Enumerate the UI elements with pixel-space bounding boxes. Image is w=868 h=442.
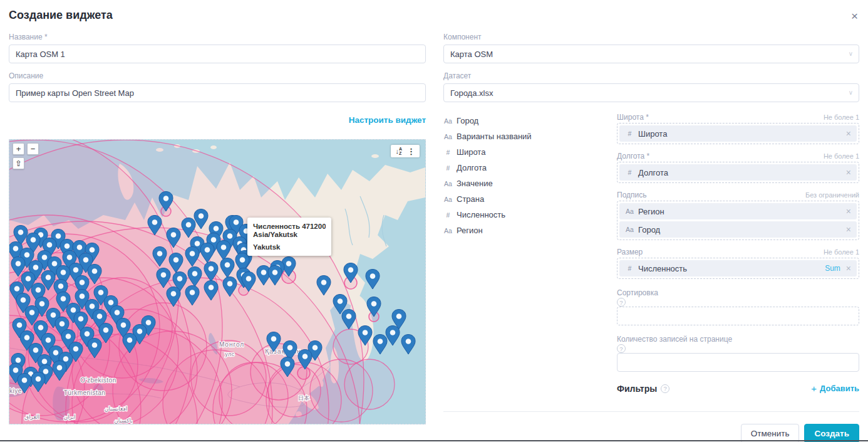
- remove-chip-icon[interactable]: ×: [846, 207, 851, 216]
- component-label: Компонент: [443, 33, 859, 41]
- records-input[interactable]: [617, 353, 859, 372]
- dropzones-column: Широта *Не более 1#Широта×Долгота *Не бо…: [617, 113, 859, 394]
- dialog-title: Создание виджета: [9, 9, 113, 22]
- svg-text:日本: 日本: [298, 395, 309, 401]
- dropzone-label: Широта *: [617, 113, 649, 122]
- dataset-field[interactable]: AaЗначение: [443, 176, 617, 191]
- dataset-field[interactable]: AaРегион: [443, 223, 617, 238]
- sort-az-icon[interactable]: ↓ AZ: [395, 147, 402, 155]
- map-zoom-in-button[interactable]: +: [13, 143, 24, 155]
- svg-text:افغانستان: افغانستان: [105, 406, 128, 412]
- component-value: Карта OSM: [450, 50, 493, 59]
- svg-text:kiye: kiye: [9, 387, 22, 394]
- number-field-icon: #: [443, 149, 453, 156]
- description-label: Описание: [9, 71, 426, 80]
- text-field-icon: Aa: [443, 180, 453, 187]
- field-chip[interactable]: #Широта×: [619, 125, 857, 142]
- dataset-fields-list: AaГородAaВарианты названий#Широта#Долгот…: [443, 113, 617, 394]
- footer-buttons: Отменить Создать: [443, 424, 859, 442]
- component-select[interactable]: Карта OSM ∨: [443, 45, 859, 63]
- dataset-field[interactable]: #Численность: [443, 207, 617, 223]
- tooltip-timezone: Asia/Yakutsk: [253, 231, 326, 238]
- records-label: Количество записей на странице: [617, 335, 732, 344]
- remove-chip-icon[interactable]: ×: [846, 264, 851, 273]
- map-preview[interactable]: ҚазақстанO'zbekistonTürkmenistankiyeМонг…: [9, 139, 426, 424]
- field-chip[interactable]: AaГород×: [619, 221, 857, 238]
- dropzone-limit: Не более 1: [824, 248, 859, 256]
- records-zone: Количество записей на странице ?: [617, 333, 859, 372]
- map-tooltip: Численность 471200,00 Asia/Yakutsk Yakut…: [247, 218, 331, 256]
- field-chip[interactable]: #Долгота×: [619, 164, 857, 181]
- field-name: Долгота: [457, 163, 487, 172]
- field-name: Варианты названий: [457, 132, 532, 141]
- left-column: Название * Описание Настроить виджет Қаз…: [9, 33, 426, 424]
- chip-name: Широта: [638, 129, 846, 139]
- dataset-field[interactable]: AaСтрана: [443, 191, 617, 207]
- dropzone-label: Долгота *: [617, 152, 649, 160]
- close-icon[interactable]: ×: [851, 10, 858, 22]
- footer-divider: [443, 411, 859, 412]
- number-field-icon: #: [443, 164, 453, 172]
- field-chip[interactable]: AaРегион×: [619, 203, 857, 219]
- cancel-button[interactable]: Отменить: [741, 424, 800, 442]
- dataset-field[interactable]: #Широта: [443, 144, 617, 160]
- dataset-select[interactable]: Города.xlsx ∨: [443, 83, 859, 102]
- dataset-field[interactable]: AaГород: [443, 113, 617, 129]
- filters-row: Фильтры ? + Добавить: [617, 383, 859, 394]
- svg-text:улс: улс: [225, 351, 235, 357]
- remove-chip-icon[interactable]: ×: [846, 225, 851, 234]
- svg-text:Türkmenistan: Türkmenistan: [64, 389, 106, 396]
- name-input[interactable]: [9, 45, 426, 63]
- text-field-icon: Aa: [443, 117, 453, 125]
- right-column: Компонент Карта OSM ∨ Датасет Города.xls…: [443, 33, 859, 442]
- add-filter-link[interactable]: + Добавить: [811, 383, 859, 394]
- dataset-field[interactable]: #Долгота: [443, 160, 617, 176]
- text-field-icon: Aa: [625, 226, 634, 233]
- widget-toolbar: ↓ AZ ⋮: [391, 145, 420, 157]
- sorting-dropzone[interactable]: [617, 307, 859, 325]
- osm-map-canvas: ҚазақстанO'zbekistonTürkmenistankiyeМонг…: [9, 140, 425, 424]
- dropzone-box[interactable]: #ЧисленностьSum×: [617, 258, 859, 279]
- number-field-icon: #: [625, 169, 634, 176]
- field-name: Город: [457, 116, 478, 125]
- svg-text:O'zbekiston: O'zbekiston: [80, 377, 116, 384]
- dataset-label: Датасет: [443, 71, 859, 80]
- field-name: Значение: [457, 179, 493, 188]
- field-name: Численность: [457, 210, 505, 219]
- plus-icon: +: [811, 383, 817, 394]
- help-icon[interactable]: ?: [617, 298, 626, 307]
- description-input[interactable]: [9, 83, 426, 102]
- chip-name: Город: [638, 225, 846, 234]
- remove-chip-icon[interactable]: ×: [846, 129, 851, 138]
- map-home-button[interactable]: ⇧: [13, 157, 24, 169]
- svg-text:باكستان: باكستان: [114, 418, 133, 424]
- filters-label: Фильтры: [617, 384, 657, 394]
- field-name: Широта: [457, 147, 485, 157]
- field-chip[interactable]: #ЧисленностьSum×: [619, 260, 857, 276]
- svg-text:العراق: العراق: [24, 414, 39, 420]
- dropzone-box[interactable]: #Широта×: [617, 123, 859, 144]
- map-zoom-out-button[interactable]: −: [27, 143, 39, 155]
- dropzone: ПодписьБез ограниченийAaРегион×AaГород×: [617, 191, 859, 240]
- number-field-icon: #: [443, 211, 453, 219]
- create-button[interactable]: Создать: [804, 424, 859, 442]
- dropzone-limit: Не более 1: [824, 152, 859, 160]
- help-icon[interactable]: ?: [617, 344, 626, 353]
- help-icon[interactable]: ?: [661, 384, 669, 393]
- remove-chip-icon[interactable]: ×: [846, 168, 851, 177]
- text-field-icon: Aa: [443, 133, 453, 140]
- dropzone-box[interactable]: AaРегион×AaГород×: [617, 201, 859, 240]
- dataset-field[interactable]: AaВарианты названий: [443, 129, 617, 144]
- dropzone: Широта *Не более 1#Широта×: [617, 113, 859, 144]
- name-label: Название *: [9, 33, 426, 41]
- aggregation-label[interactable]: Sum: [825, 264, 840, 273]
- kebab-menu-icon[interactable]: ⋮: [407, 147, 415, 155]
- dropzone-limit: Без ограничений: [805, 191, 859, 199]
- dropzone: РазмерНе более 1#ЧисленностьSum×: [617, 248, 859, 279]
- svg-text:ايران: ايران: [63, 414, 75, 420]
- sorting-label: Сортировка: [617, 288, 658, 297]
- map-zoom-controls: + − ⇧: [13, 143, 39, 169]
- dropzone-label: Размер: [617, 248, 643, 256]
- configure-widget-link[interactable]: Настроить виджет: [349, 115, 426, 125]
- dropzone-box[interactable]: #Долгота×: [617, 162, 859, 183]
